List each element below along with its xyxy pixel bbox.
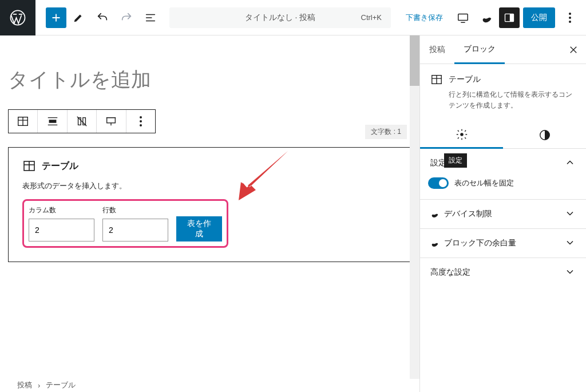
fixed-width-label: 表のセル幅を固定 bbox=[454, 178, 514, 188]
svg-rect-3 bbox=[510, 14, 514, 21]
block-name: テーブル bbox=[449, 74, 481, 85]
toolbar-more-icon[interactable] bbox=[126, 110, 155, 133]
theme-leaf-icon bbox=[430, 239, 440, 248]
breadcrumb-root[interactable]: 投稿 bbox=[17, 380, 32, 390]
shortcut-hint: Ctrl+K bbox=[361, 13, 382, 22]
block-toolbar bbox=[8, 109, 156, 133]
panel-margin-bottom-header[interactable]: ブロック下の余白量 bbox=[420, 229, 586, 258]
top-bar: タイトルなし · 投稿 Ctrl+K 下書き保存 公開 bbox=[0, 0, 586, 35]
panel-advanced-label: 高度な設定 bbox=[430, 267, 470, 278]
settings-tab-icon[interactable] bbox=[420, 121, 503, 149]
close-sidebar-button[interactable] bbox=[561, 37, 586, 62]
theme-brand-icon[interactable] bbox=[475, 6, 499, 30]
table-icon bbox=[430, 73, 443, 86]
chevron-down-icon bbox=[564, 266, 576, 279]
fixed-width-toggle-row: 表のセル幅を固定 bbox=[428, 177, 576, 189]
panel-device-limit: デバイス制限 bbox=[420, 200, 586, 229]
wordpress-logo[interactable] bbox=[0, 0, 35, 35]
svg-rect-5 bbox=[49, 120, 56, 123]
breadcrumb-leaf[interactable]: テーブル bbox=[46, 380, 76, 390]
chevron-up-icon bbox=[564, 157, 576, 170]
rows-label: 行数 bbox=[102, 205, 168, 215]
editor-scroll-thumb[interactable] bbox=[410, 35, 419, 86]
block-description-text: 行と列に構造化して情報を表示するコンテンツを作成します。 bbox=[430, 89, 576, 111]
add-block-button[interactable] bbox=[46, 7, 66, 28]
editor-canvas: タイトルを追加 文字数 : 1 テーブル 表形式のデータを挿入します。 カラム bbox=[0, 35, 419, 378]
table-block-placeholder: テーブル 表形式のデータを挿入します。 カラム数 行数 表を作成 bbox=[8, 147, 411, 262]
chevron-down-icon bbox=[564, 208, 576, 221]
tab-block[interactable]: ブロック bbox=[454, 36, 505, 64]
toolbar-table-icon[interactable] bbox=[9, 110, 38, 133]
panel-device-limit-header[interactable]: デバイス制限 bbox=[420, 200, 586, 228]
redo-icon[interactable] bbox=[114, 6, 138, 30]
table-creation-form: カラム数 行数 表を作成 bbox=[22, 199, 228, 248]
document-title-bar[interactable]: タイトルなし · 投稿 Ctrl+K bbox=[169, 7, 391, 28]
sidebar-tabs: 投稿 ブロック bbox=[420, 35, 586, 64]
block-breadcrumb: 投稿 › テーブル bbox=[0, 378, 419, 392]
columns-field: カラム数 bbox=[29, 205, 94, 241]
preview-desktop-icon[interactable] bbox=[451, 6, 475, 30]
undo-icon[interactable] bbox=[90, 6, 114, 30]
breadcrumb-sep: › bbox=[38, 381, 40, 390]
table-block-title: テーブル bbox=[42, 160, 78, 172]
svg-point-12 bbox=[460, 133, 464, 136]
settings-tooltip: 設定 bbox=[444, 153, 467, 168]
columns-input[interactable] bbox=[29, 219, 94, 241]
panel-advanced-header[interactable]: 高度な設定 bbox=[420, 258, 586, 287]
chevron-down-icon bbox=[564, 237, 576, 250]
styles-tab-icon[interactable] bbox=[503, 121, 586, 148]
panel-margin-bottom-label: ブロック下の余白量 bbox=[444, 238, 516, 248]
fixed-width-toggle[interactable] bbox=[428, 177, 449, 189]
word-count-badge: 文字数 : 1 bbox=[365, 125, 407, 139]
more-menu-button[interactable] bbox=[559, 6, 581, 29]
editor-scrollbar[interactable] bbox=[410, 35, 419, 379]
panel-settings-header[interactable]: 設定 設定 bbox=[420, 149, 586, 177]
table-block-header: テーブル bbox=[22, 159, 397, 173]
columns-label: カラム数 bbox=[29, 205, 94, 215]
table-block-subtitle: 表形式のデータを挿入します。 bbox=[22, 181, 397, 191]
toolbar-align-icon[interactable] bbox=[38, 110, 67, 133]
theme-leaf-icon bbox=[430, 209, 440, 219]
svg-marker-10 bbox=[239, 151, 288, 200]
svg-rect-6 bbox=[107, 118, 116, 123]
panel-settings: 設定 設定 表のセル幅を固定 bbox=[420, 149, 586, 200]
panel-margin-bottom: ブロック下の余白量 bbox=[420, 229, 586, 258]
rows-field: 行数 bbox=[102, 205, 168, 241]
toolbar-columns-icon[interactable] bbox=[68, 110, 97, 133]
svg-rect-1 bbox=[458, 14, 468, 20]
post-title-placeholder[interactable]: タイトルを追加 bbox=[6, 46, 414, 102]
document-title: タイトルなし · 投稿 bbox=[245, 13, 316, 23]
annotation-arrow bbox=[225, 145, 294, 214]
panel-device-limit-label: デバイス制限 bbox=[444, 209, 492, 219]
sidebar-toggle-icon[interactable] bbox=[499, 7, 520, 28]
sidebar-mode-tabs bbox=[420, 121, 586, 149]
table-icon bbox=[22, 159, 36, 173]
edit-mode-icon[interactable] bbox=[66, 6, 90, 30]
save-draft-link[interactable]: 下書き保存 bbox=[398, 13, 451, 23]
block-description: テーブル 行と列に構造化して情報を表示するコンテンツを作成します。 bbox=[420, 64, 586, 121]
tab-post[interactable]: 投稿 bbox=[420, 35, 454, 64]
rows-input[interactable] bbox=[102, 219, 168, 241]
settings-sidebar: 投稿 ブロック テーブル 行と列に構造化して情報を表示するコンテンツを作成します… bbox=[419, 35, 586, 392]
outline-icon[interactable] bbox=[138, 6, 163, 30]
create-table-button[interactable]: 表を作成 bbox=[176, 216, 222, 241]
toolbar-presentation-icon[interactable] bbox=[97, 110, 126, 133]
panel-advanced: 高度な設定 bbox=[420, 258, 586, 287]
publish-button[interactable]: 公開 bbox=[523, 7, 555, 28]
